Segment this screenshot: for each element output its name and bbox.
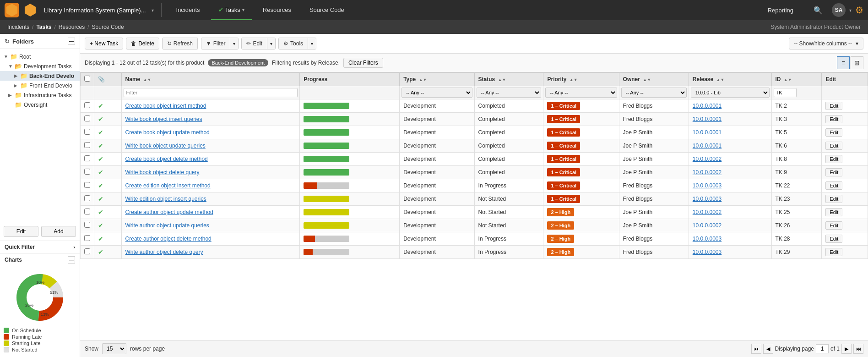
breadcrumb-incidents[interactable]: Incidents: [7, 24, 29, 30]
row-checkbox-cell[interactable]: [81, 192, 94, 206]
prev-page-btn[interactable]: ◀: [763, 344, 773, 354]
task-name-link[interactable]: Write book object delete query: [125, 169, 200, 176]
row-edit-btn[interactable]: Edit: [825, 128, 842, 137]
row-checkbox[interactable]: [84, 169, 90, 175]
row-edit-cell[interactable]: Edit: [822, 153, 868, 166]
row-checkbox[interactable]: [84, 248, 90, 254]
row-edit-cell[interactable]: Edit: [822, 179, 868, 192]
breadcrumb-tasks[interactable]: Tasks: [36, 24, 51, 30]
row-edit-btn[interactable]: Edit: [825, 235, 842, 243]
row-edit-cell[interactable]: Edit: [822, 192, 868, 206]
release-link[interactable]: 10.0.0.0001: [693, 103, 722, 109]
filter-release-col[interactable]: 10.0.0 - Lib: [689, 86, 771, 99]
logo-icon[interactable]: [5, 3, 19, 17]
row-checkbox-cell[interactable]: [81, 232, 94, 246]
row-edit-btn[interactable]: Edit: [825, 221, 842, 230]
user-avatar[interactable]: SA: [832, 3, 846, 17]
owner-filter-select[interactable]: -- Any --: [621, 88, 687, 98]
id-filter-input[interactable]: [774, 88, 797, 97]
row-checkbox[interactable]: [84, 129, 90, 135]
tree-dev-tasks[interactable]: ▼ 📂 Development Tasks: [0, 61, 80, 71]
row-edit-cell[interactable]: Edit: [822, 206, 868, 219]
col-priority[interactable]: Priority ▲▼: [543, 73, 619, 86]
col-status[interactable]: Status ▲▼: [474, 73, 543, 86]
tree-oversight[interactable]: 📁 Oversight: [0, 100, 80, 110]
tools-dropdown[interactable]: ▾: [308, 38, 316, 49]
refresh-main[interactable]: ↻ Refresh: [163, 38, 198, 49]
col-id[interactable]: ID ▲▼: [771, 73, 822, 86]
nav-tab-resources[interactable]: Resources: [255, 0, 298, 20]
tree-root[interactable]: ▼ 📁 Root: [0, 52, 80, 61]
sidebar-collapse-btn[interactable]: —: [68, 38, 75, 45]
row-checkbox-cell[interactable]: [81, 99, 94, 113]
row-edit-cell[interactable]: Edit: [822, 232, 868, 246]
avatar-dropdown[interactable]: ▾: [849, 8, 852, 13]
edit-folder-btn[interactable]: Edit: [4, 226, 38, 237]
row-edit-cell[interactable]: Edit: [822, 99, 868, 113]
row-checkbox-cell[interactable]: [81, 113, 94, 126]
task-name-link[interactable]: Write author object update queries: [125, 222, 209, 229]
release-link[interactable]: 10.0.0.0002: [693, 169, 722, 176]
row-checkbox-cell[interactable]: [81, 219, 94, 232]
release-link[interactable]: 10.0.0.0002: [693, 209, 722, 215]
row-checkbox-cell[interactable]: [81, 206, 94, 219]
release-link[interactable]: 10.0.0.0002: [693, 156, 722, 162]
row-edit-btn[interactable]: Edit: [825, 155, 842, 163]
release-link[interactable]: 10.0.0.0002: [693, 222, 722, 229]
row-checkbox-cell[interactable]: [81, 246, 94, 259]
row-edit-cell[interactable]: Edit: [822, 126, 868, 139]
name-filter-input[interactable]: [124, 88, 298, 97]
charts-collapse-btn[interactable]: —: [68, 256, 75, 264]
row-edit-btn[interactable]: Edit: [825, 142, 842, 150]
task-name-link[interactable]: Create book object update method: [125, 129, 210, 136]
row-edit-btn[interactable]: Edit: [825, 208, 842, 216]
rows-per-page-select[interactable]: 152550100: [102, 343, 126, 354]
page-number-input[interactable]: [816, 344, 829, 353]
task-name-link[interactable]: Write edition object insert queries: [125, 196, 206, 202]
release-link[interactable]: 10.0.0.0001: [693, 116, 722, 122]
col-name[interactable]: Name ▲▼: [121, 73, 300, 86]
row-checkbox[interactable]: [84, 155, 90, 161]
clear-filters-btn[interactable]: Clear Filters: [343, 58, 383, 68]
row-checkbox[interactable]: [84, 222, 90, 228]
col-owner[interactable]: Owner ▲▼: [619, 73, 689, 86]
type-filter-select[interactable]: -- Any --: [401, 88, 472, 98]
last-page-btn[interactable]: ⏭: [853, 344, 863, 354]
search-icon[interactable]: 🔍: [808, 6, 828, 15]
filter-main[interactable]: ▼ Filter: [201, 38, 231, 49]
nav-tab-incidents[interactable]: Incidents: [169, 0, 207, 20]
refresh-icon[interactable]: ↻: [5, 38, 10, 45]
filter-type-col[interactable]: -- Any --: [400, 86, 474, 99]
task-name-link[interactable]: Create author object delete method: [125, 236, 212, 242]
filter-status-col[interactable]: -- Any --: [474, 86, 543, 99]
delete-btn[interactable]: 🗑 Delete: [126, 38, 159, 49]
app-title-dropdown[interactable]: ▾: [152, 8, 154, 13]
filter-owner-col[interactable]: -- Any --: [619, 86, 689, 99]
new-task-btn[interactable]: + New Task: [85, 38, 123, 49]
row-checkbox[interactable]: [84, 209, 90, 214]
row-edit-btn[interactable]: Edit: [825, 195, 842, 203]
nav-tab-tasks[interactable]: ✔ Tasks ▾: [211, 0, 252, 20]
tree-frontend[interactable]: ▶ 📁 Front-End Develo: [0, 81, 80, 90]
filter-dropdown[interactable]: ▾: [230, 38, 238, 49]
breadcrumb-source[interactable]: Source Code: [92, 24, 124, 30]
settings-icon[interactable]: ⚙: [855, 5, 863, 16]
select-all-checkbox[interactable]: [84, 76, 90, 82]
add-folder-btn[interactable]: Add: [41, 226, 76, 237]
release-filter-select[interactable]: 10.0.0 - Lib: [691, 88, 770, 98]
row-checkbox-cell[interactable]: [81, 153, 94, 166]
quick-filter-header[interactable]: Quick Filter ›: [0, 241, 80, 253]
filter-id-col[interactable]: [771, 86, 822, 99]
tools-main[interactable]: ⚙ Tools: [279, 38, 308, 49]
release-link[interactable]: 10.0.0.0003: [693, 236, 722, 242]
next-page-btn[interactable]: ▶: [841, 344, 852, 354]
row-checkbox[interactable]: [84, 182, 90, 188]
row-checkbox-cell[interactable]: [81, 166, 94, 179]
row-edit-btn[interactable]: Edit: [825, 248, 842, 256]
task-name-link[interactable]: Create edition object insert method: [125, 182, 211, 189]
row-edit-cell[interactable]: Edit: [822, 113, 868, 126]
grid-view-btn[interactable]: ⊞: [851, 56, 863, 69]
filter-name-col[interactable]: [121, 86, 300, 99]
breadcrumb-resources[interactable]: Resources: [59, 24, 85, 30]
status-filter-select[interactable]: -- Any --: [477, 88, 542, 98]
